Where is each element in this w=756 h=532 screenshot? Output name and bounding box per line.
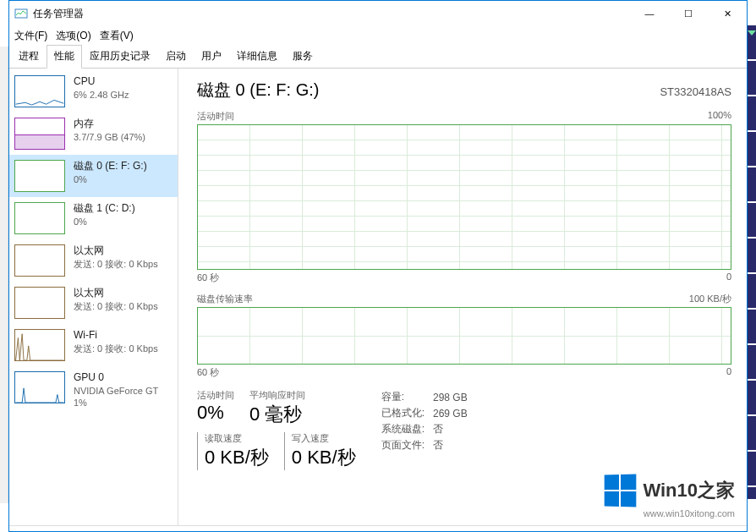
menu-file[interactable]: 文件(F) <box>14 29 47 43</box>
active-time-value: 0% <box>197 402 234 424</box>
sidebar-item-label: 以太网 <box>74 287 158 300</box>
minimize-button[interactable]: — <box>630 1 669 26</box>
sidebar-item-gpu[interactable]: GPU 0NVIDIA GeForce GT 1% <box>9 366 178 414</box>
maximize-button[interactable]: ☐ <box>669 1 708 26</box>
chart-max: 100 KB/秒 <box>689 293 731 305</box>
transfer-rate-chart[interactable] <box>197 307 731 365</box>
wifi-thumb <box>14 329 65 361</box>
sidebar: CPU6% 2.48 GHz 内存3.7/7.9 GB (47%) 磁盘 0 (… <box>9 69 178 525</box>
cpu-thumb <box>14 75 65 107</box>
sidebar-item-ethernet-1[interactable]: 以太网发送: 0 接收: 0 Kbps <box>9 239 178 282</box>
sidebar-item-disk1[interactable]: 磁盘 1 (C: D:)0% <box>9 197 178 239</box>
sidebar-item-label: Wi-Fi <box>74 329 158 343</box>
disk-thumb <box>14 202 65 234</box>
memory-thumb <box>14 118 65 150</box>
ethernet-thumb <box>14 287 65 319</box>
tab-users[interactable]: 用户 <box>194 45 229 68</box>
titlebar[interactable]: 任务管理器 — ☐ ✕ <box>9 1 747 26</box>
capacity-value: 298 GB <box>433 389 476 405</box>
page-title: 磁盘 0 (E: F: G:) <box>197 79 319 101</box>
footer: ⌃ 简略信息(D) 🛇 打开资源监视器 <box>9 525 747 532</box>
chart-label: 磁盘传输速率 <box>197 293 253 305</box>
tab-app-history[interactable]: 应用历史记录 <box>82 45 158 68</box>
right-media-strip <box>748 25 756 499</box>
ethernet-thumb <box>14 244 65 277</box>
tab-services[interactable]: 服务 <box>285 45 320 68</box>
close-button[interactable]: ✕ <box>708 1 747 26</box>
sidebar-item-label: 以太网 <box>74 244 158 258</box>
windows-logo-icon <box>605 474 637 507</box>
sidebar-item-label: 磁盘 0 (E: F: G:) <box>74 160 147 173</box>
gpu-thumb <box>14 371 65 403</box>
sidebar-item-label: 内存 <box>74 118 145 131</box>
write-speed-value: 0 KB/秒 <box>284 445 356 470</box>
read-speed-value: 0 KB/秒 <box>197 445 269 470</box>
stats-area: 活动时间0% 平均响应时间0 毫秒 读取速度0 KB/秒 写入速度0 KB/秒 … <box>197 389 731 470</box>
window-title: 任务管理器 <box>33 7 630 21</box>
watermark: Win10之家 www.win10xitong.com <box>604 474 735 518</box>
disk-model: ST3320418AS <box>660 85 731 98</box>
tab-details[interactable]: 详细信息 <box>229 45 285 68</box>
avg-response-value: 0 毫秒 <box>249 402 305 427</box>
active-time-chart[interactable] <box>197 124 731 270</box>
sidebar-item-disk0[interactable]: 磁盘 0 (E: F: G:)0% <box>9 155 178 197</box>
tabs: 进程 性能 应用历史记录 启动 用户 详细信息 服务 <box>9 45 747 69</box>
sidebar-item-label: GPU 0 <box>74 371 158 385</box>
task-manager-window: 任务管理器 — ☐ ✕ 文件(F) 选项(O) 查看(V) 进程 性能 应用历史… <box>8 0 748 532</box>
sidebar-item-memory[interactable]: 内存3.7/7.9 GB (47%) <box>9 112 178 155</box>
active-time-chart-area: 活动时间100% 60 秒0 <box>197 110 731 284</box>
sidebar-item-ethernet-2[interactable]: 以太网发送: 0 接收: 0 Kbps <box>9 282 178 324</box>
menu-view[interactable]: 查看(V) <box>100 29 134 43</box>
disk-info-table: 容量:298 GB 已格式化:269 GB 系统磁盘:否 页面文件:否 <box>381 389 476 470</box>
menu-options[interactable]: 选项(O) <box>56 29 90 43</box>
content-area: CPU6% 2.48 GHz 内存3.7/7.9 GB (47%) 磁盘 0 (… <box>9 69 747 525</box>
menubar: 文件(F) 选项(O) 查看(V) <box>9 26 747 45</box>
sidebar-item-wifi[interactable]: Wi-Fi发送: 0 接收: 0 Kbps <box>9 324 178 366</box>
formatted-value: 269 GB <box>433 405 476 421</box>
chart-label: 活动时间 <box>197 110 234 123</box>
transfer-rate-chart-area: 磁盘传输速率100 KB/秒 60 秒0 <box>197 293 731 379</box>
disk-thumb <box>14 160 65 192</box>
app-icon <box>14 7 28 20</box>
window-controls: — ☐ ✕ <box>630 1 747 26</box>
tab-startup[interactable]: 启动 <box>158 45 194 68</box>
sidebar-item-label: 磁盘 1 (C: D:) <box>74 202 135 216</box>
sysdisk-value: 否 <box>433 421 476 437</box>
sidebar-item-cpu[interactable]: CPU6% 2.48 GHz <box>9 70 178 112</box>
main-panel: 磁盘 0 (E: F: G:) ST3320418AS 活动时间100% 60 … <box>178 69 747 525</box>
tab-processes[interactable]: 进程 <box>11 45 47 68</box>
background-desktop-strip <box>0 47 8 503</box>
chart-max: 100% <box>708 110 731 123</box>
pagefile-value: 否 <box>433 437 476 453</box>
sidebar-item-label: CPU <box>74 75 129 89</box>
tab-performance[interactable]: 性能 <box>47 45 82 69</box>
